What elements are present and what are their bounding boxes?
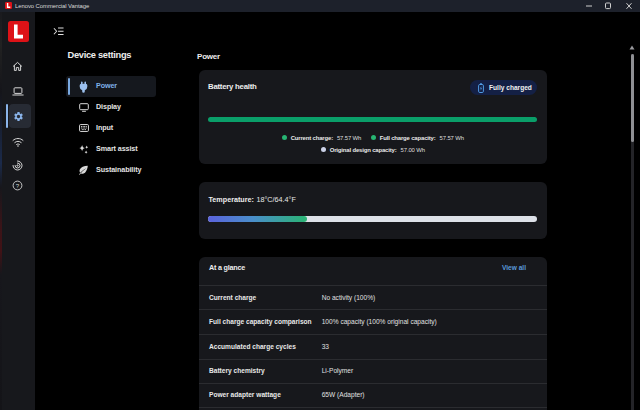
svg-text:?: ? (16, 182, 20, 189)
